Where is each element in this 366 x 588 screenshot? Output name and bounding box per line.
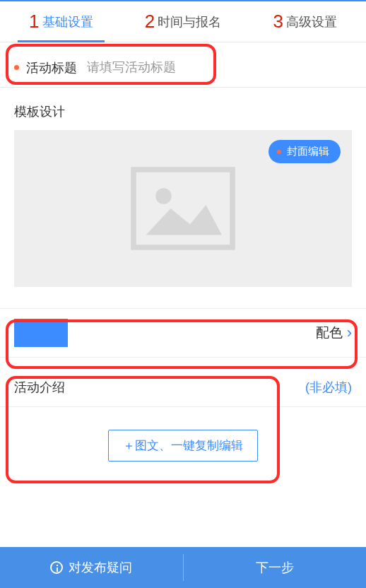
- color-scheme-row[interactable]: 配色 ›: [0, 308, 366, 358]
- activity-intro-body: ＋图文、一键复制编辑: [0, 407, 366, 490]
- tab-label: 高级设置: [286, 13, 337, 30]
- optional-hint: (非必填): [305, 379, 352, 396]
- color-swatch: [14, 319, 68, 347]
- activity-title-row: 活动标题: [0, 48, 366, 88]
- footer-toolbar: 对发布疑问 下一步: [0, 547, 366, 588]
- chevron-right-icon: ›: [347, 325, 352, 341]
- cover-image-area[interactable]: 封面编辑: [14, 130, 352, 287]
- tab-number: 1: [29, 11, 39, 33]
- activity-title-input[interactable]: [87, 60, 352, 75]
- publish-question-button[interactable]: 对发布疑问: [0, 547, 183, 588]
- tab-label: 基础设置: [42, 13, 93, 30]
- tab-advanced-settings[interactable]: 3 高级设置: [244, 1, 366, 42]
- activity-intro-label: 活动介绍: [14, 379, 65, 396]
- step-tabs: 1 基础设置 2 时间与报名 3 高级设置: [0, 1, 366, 42]
- cover-edit-button[interactable]: 封面编辑: [268, 140, 341, 163]
- image-placeholder-icon: [130, 166, 236, 251]
- tab-label: 时间与报名: [158, 13, 221, 30]
- cover-edit-label: 封面编辑: [287, 145, 329, 158]
- color-scheme-label: 配色: [316, 324, 343, 342]
- template-section-heading: 模板设计: [0, 88, 366, 130]
- svg-point-1: [155, 188, 172, 204]
- activity-intro-row: 活动介绍 (非必填): [0, 368, 366, 407]
- required-dot-icon: [14, 65, 19, 70]
- info-icon: [50, 561, 63, 574]
- tab-number: 2: [145, 11, 155, 33]
- footer-right-label: 下一步: [256, 559, 294, 576]
- activity-title-label: 活动标题: [26, 59, 77, 76]
- tab-basic-settings[interactable]: 1 基础设置: [0, 1, 122, 42]
- svg-rect-0: [134, 170, 232, 247]
- next-step-button[interactable]: 下一步: [184, 547, 367, 588]
- footer-left-label: 对发布疑问: [69, 559, 132, 576]
- tab-time-signup[interactable]: 2 时间与报名: [122, 1, 244, 42]
- required-dot-icon: [277, 150, 281, 154]
- tab-number: 3: [273, 11, 283, 33]
- add-content-button[interactable]: ＋图文、一键复制编辑: [108, 430, 258, 461]
